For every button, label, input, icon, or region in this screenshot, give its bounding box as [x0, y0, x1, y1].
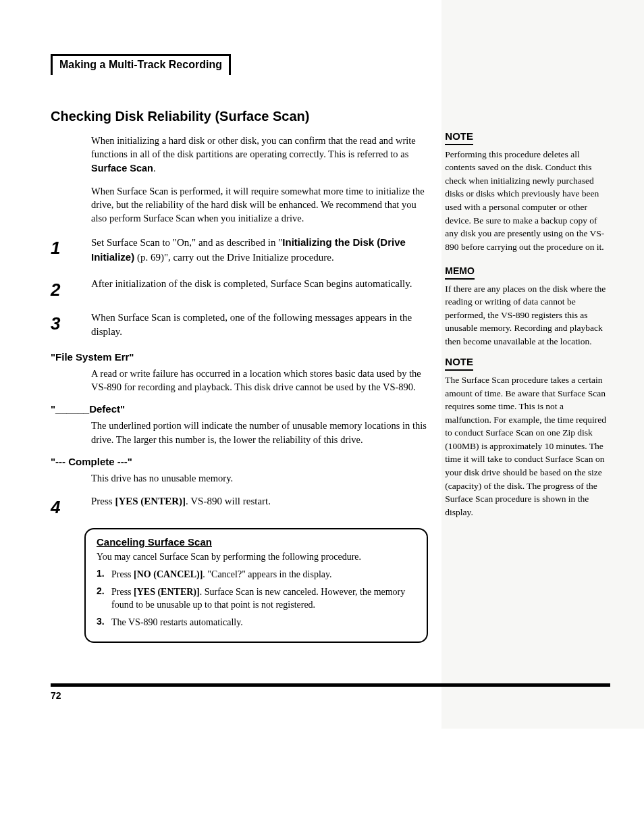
message-heading-complete: "--- Complete ---" [51, 456, 428, 467]
step-body: After initialization of the disk is comp… [91, 277, 412, 298]
memo-icon: MEMO [445, 264, 475, 279]
intro-paragraph-1: When initializing a hard disk or other d… [91, 134, 428, 175]
step-3: 3 When Surface Scan is completed, one of… [51, 311, 428, 339]
step-body: Press [YES (ENTER)]. VS-890 will restart… [91, 494, 271, 516]
step-2: 2 After initialization of the disk is co… [51, 277, 428, 298]
step-number: 1 [51, 235, 91, 265]
message-body: The underlined portion will indicate the… [91, 419, 428, 446]
step-number: 2 [51, 277, 91, 298]
message-heading-defect: "______Defect" [51, 403, 428, 415]
intro-paragraph-2: When Surface Scan is performed, it will … [91, 184, 428, 226]
step-1: 1 Set Surface Scan to "On," and as descr… [51, 235, 428, 265]
side-note-1: NOTE Performing this procedure deletes a… [445, 129, 610, 253]
cancel-title: Canceling Surface Scan [97, 536, 416, 548]
step-number: 3 [51, 311, 91, 339]
page-footer: 72 [51, 683, 610, 702]
main-column: Checking Disk Reliability (Surface Scan)… [51, 109, 428, 643]
side-column: NOTE Performing this procedure deletes a… [445, 109, 610, 643]
message-heading-file-system-err: "File System Err" [51, 351, 428, 363]
step-number: 4 [51, 494, 91, 516]
page-number: 72 [51, 690, 61, 701]
step-4: 4 Press [YES (ENTER)]. VS-890 will resta… [51, 494, 428, 516]
breadcrumb: Making a Multi-Track Recording [59, 59, 222, 70]
cancel-intro: You may cancel Surface Scan by performin… [97, 552, 416, 562]
note-icon: NOTE [445, 129, 473, 145]
cancel-step-3: 3. The VS-890 restarts automatically. [97, 616, 416, 629]
side-memo: MEMO If there are any places on the disk… [445, 260, 610, 348]
section-title: Checking Disk Reliability (Surface Scan) [51, 109, 428, 124]
side-note-text: The Surface Scan procedure takes a certa… [445, 373, 610, 519]
side-note-text: Performing this procedure deletes all co… [445, 148, 610, 254]
breadcrumb-box: Making a Multi-Track Recording [51, 54, 231, 75]
step-body: When Surface Scan is completed, one of t… [91, 311, 428, 339]
cancel-step-2: 2. Press [YES (ENTER)]. Surface Scan is … [97, 585, 416, 612]
cancel-box: Canceling Surface Scan You may cancel Su… [84, 528, 428, 642]
step-body: Set Surface Scan to "On," and as describ… [91, 235, 428, 265]
side-memo-text: If there are any places on the disk wher… [445, 282, 610, 348]
note-icon: NOTE [445, 355, 473, 371]
message-body: A read or write failure has occurred in … [91, 367, 428, 394]
message-body: This drive has no unusable memory. [91, 471, 428, 485]
side-note-2: NOTE The Surface Scan procedure takes a … [445, 355, 610, 519]
cancel-step-1: 1. Press [NO (CANCEL)]. "Cancel?" appear… [97, 568, 416, 581]
